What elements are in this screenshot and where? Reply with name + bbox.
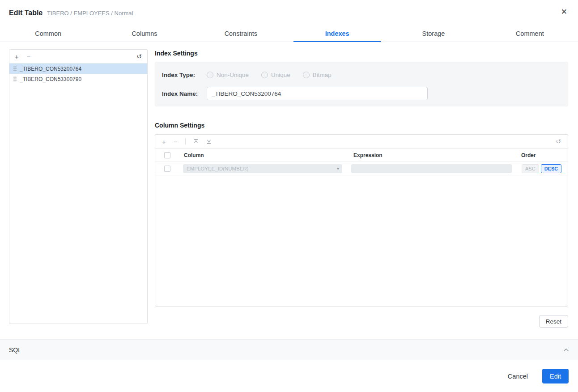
drag-handle-icon[interactable]: [13, 66, 17, 71]
index-name-label: Index Name:: [162, 90, 207, 97]
dialog-title: Edit Table: [9, 9, 42, 17]
refresh-index-list-icon[interactable]: ↺: [136, 53, 142, 60]
index-list-item[interactable]: _TIBERO_CON53200764: [9, 64, 147, 74]
tab-comment[interactable]: Comment: [482, 26, 578, 42]
cancel-button[interactable]: Cancel: [508, 373, 528, 380]
radio-icon: [261, 72, 268, 78]
tab-common[interactable]: Common: [0, 26, 96, 42]
reset-button[interactable]: Reset: [539, 315, 568, 328]
columns-table-header: Column Expression Order: [155, 149, 568, 162]
close-icon[interactable]: ✕: [561, 8, 567, 16]
index-detail-area: Index Settings Index Type: Non-Unique Un…: [155, 49, 568, 328]
index-list-item[interactable]: _TIBERO_CON53300790: [9, 74, 147, 84]
chevron-down-icon: ▾: [337, 164, 339, 173]
reset-row: Reset: [155, 315, 568, 328]
radio-icon: [303, 72, 310, 78]
breadcrumb: TIBERO / EMPLOYEES / Normal: [47, 10, 133, 17]
radio-bitmap[interactable]: Bitmap: [303, 72, 332, 78]
index-type-row: Index Type: Non-Unique Unique Bitmap: [162, 68, 561, 81]
column-select-value: EMPLOYEE_ID(NUMBER): [187, 166, 249, 171]
tab-indexes[interactable]: Indexes: [289, 26, 385, 42]
index-item-label: _TIBERO_CON53300790: [20, 76, 81, 82]
row-checkbox[interactable]: [164, 166, 170, 172]
header-order: Order: [521, 152, 536, 158]
column-select[interactable]: EMPLOYEE_ID(NUMBER) ▾: [183, 164, 342, 173]
dialog-header: Edit Table TIBERO / EMPLOYEES / Normal ✕: [9, 9, 569, 20]
index-item-label: _TIBERO_CON53200764: [20, 66, 81, 72]
index-name-row: Index Name:: [162, 87, 561, 100]
index-settings-panel: Index Type: Non-Unique Unique Bitmap: [155, 62, 568, 107]
header-expression: Expression: [353, 152, 382, 158]
table-row: EMPLOYEE_ID(NUMBER) ▾ ASC DESC: [155, 162, 568, 175]
chevron-up-icon[interactable]: [563, 348, 569, 352]
index-type-radio-group: Non-Unique Unique Bitmap: [207, 72, 332, 78]
edit-button[interactable]: Edit: [542, 369, 569, 383]
toolbar-divider: [185, 138, 186, 145]
select-all-checkbox[interactable]: [164, 152, 170, 158]
edit-table-dialog: Edit Table TIBERO / EMPLOYEES / Normal ✕…: [0, 0, 578, 392]
order-toggle: ASC DESC: [522, 164, 561, 173]
tab-storage[interactable]: Storage: [385, 26, 481, 42]
radio-unique[interactable]: Unique: [261, 72, 290, 78]
add-column-icon[interactable]: +: [162, 138, 166, 145]
sql-label: SQL: [9, 346, 21, 354]
index-list-panel: + − ↺ _TIBERO_CON53200764 _TIBERO_CON533…: [9, 49, 148, 324]
move-bottom-icon[interactable]: [206, 139, 212, 144]
dialog-footer: Cancel Edit: [508, 369, 569, 383]
move-top-icon[interactable]: [193, 139, 199, 144]
column-settings-title: Column Settings: [155, 121, 568, 129]
sql-section-header[interactable]: SQL: [0, 339, 578, 360]
radio-icon: [207, 72, 213, 78]
drag-handle-icon[interactable]: [13, 77, 17, 81]
remove-index-icon[interactable]: −: [27, 53, 31, 60]
order-asc-button[interactable]: ASC: [522, 164, 539, 173]
tab-bar: Common Columns Constraints Indexes Stora…: [0, 26, 578, 42]
radio-non-unique[interactable]: Non-Unique: [207, 72, 249, 78]
index-type-label: Index Type:: [162, 72, 207, 78]
order-desc-button[interactable]: DESC: [541, 164, 562, 173]
expression-input[interactable]: [351, 164, 512, 173]
column-settings-panel: + − ↺ Colum: [155, 134, 568, 307]
add-index-icon[interactable]: +: [15, 53, 19, 60]
index-settings-title: Index Settings: [155, 49, 568, 57]
tab-columns[interactable]: Columns: [96, 26, 192, 42]
header-column: Column: [184, 152, 204, 158]
index-list-toolbar: + − ↺: [9, 50, 147, 64]
refresh-columns-icon[interactable]: ↺: [556, 138, 561, 145]
tab-constraints[interactable]: Constraints: [193, 26, 289, 42]
index-name-input[interactable]: [207, 87, 428, 100]
remove-column-icon[interactable]: −: [174, 138, 178, 145]
column-settings-toolbar: + − ↺: [155, 135, 568, 149]
